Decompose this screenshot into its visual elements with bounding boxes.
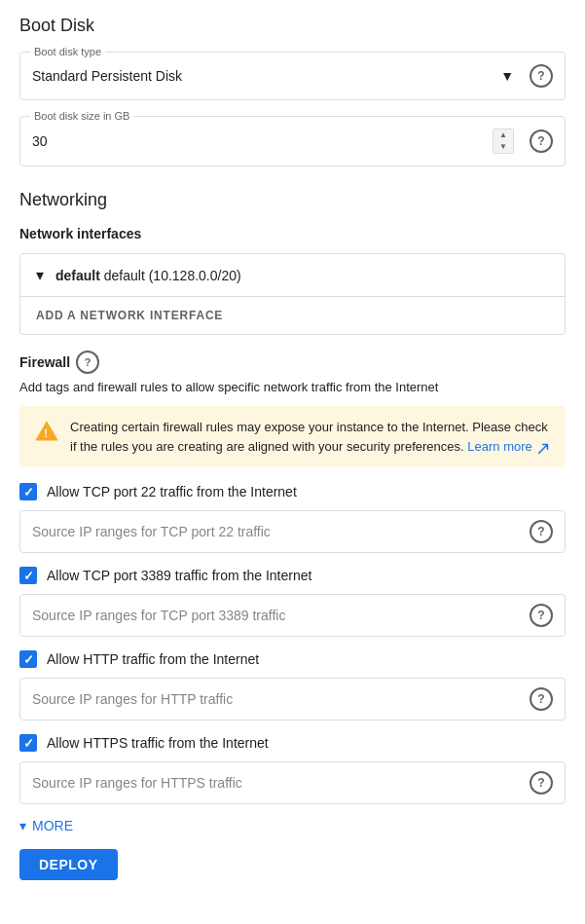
deploy-button[interactable]: DEPLOY	[19, 849, 118, 880]
http-label: Allow HTTP traffic from the Internet	[47, 651, 259, 667]
boot-disk-type-value: Standard Persistent Disk	[32, 68, 182, 84]
tcp22-ip-range-field[interactable]: Source IP ranges for TCP port 22 traffic…	[19, 510, 566, 553]
tcp3389-ip-placeholder: Source IP ranges for TCP port 3389 traff…	[32, 608, 530, 623]
tcp3389-help-icon[interactable]: ?	[530, 604, 553, 627]
http-checkbox[interactable]: ✓	[19, 650, 37, 668]
tcp3389-label: Allow TCP port 3389 traffic from the Int…	[47, 568, 311, 583]
boot-disk-title: Boot Disk	[19, 16, 566, 36]
http-ip-range-field[interactable]: Source IP ranges for HTTP traffic ?	[19, 678, 566, 721]
more-chevron-icon: ▾	[19, 818, 26, 833]
tcp22-help-icon[interactable]: ?	[530, 520, 553, 543]
tcp22-label: Allow TCP port 22 traffic from the Inter…	[47, 484, 297, 499]
tcp3389-checkbox-row: ✓ Allow TCP port 3389 traffic from the I…	[19, 567, 566, 584]
warning-icon: !	[35, 418, 58, 456]
http-help-icon[interactable]: ?	[530, 687, 553, 711]
size-spinner[interactable]: ▲ ▼	[493, 129, 514, 154]
more-label: MORE	[32, 818, 73, 833]
more-row[interactable]: ▾ MORE	[19, 818, 566, 833]
svg-text:!: !	[44, 427, 48, 439]
firewall-help-icon[interactable]: ?	[76, 351, 99, 374]
https-ip-placeholder: Source IP ranges for HTTPS traffic	[32, 775, 530, 791]
http-checkbox-row: ✓ Allow HTTP traffic from the Internet	[19, 650, 566, 668]
network-interfaces-box: ▾ default default (10.128.0.0/20) ADD A …	[19, 253, 566, 335]
tcp22-checkbox[interactable]: ✓	[19, 483, 37, 500]
network-interface-text: default default (10.128.0.0/20)	[55, 268, 241, 283]
network-interfaces-title: Network interfaces	[19, 226, 566, 241]
chevron-down-icon: ▾	[36, 266, 44, 284]
firewall-title: Firewall	[19, 354, 70, 370]
learn-more-link[interactable]: Learn more	[467, 439, 531, 454]
https-checkbox[interactable]: ✓	[19, 734, 37, 752]
https-help-icon[interactable]: ?	[530, 771, 553, 795]
boot-disk-type-field: Boot disk type Standard Persistent Disk …	[19, 52, 566, 100]
boot-disk-size-value: 30	[32, 133, 48, 149]
networking-section: Networking Network interfaces ▾ default …	[19, 190, 566, 880]
tcp3389-ip-range-field[interactable]: Source IP ranges for TCP port 3389 traff…	[19, 594, 566, 637]
https-ip-range-field[interactable]: Source IP ranges for HTTPS traffic ?	[19, 761, 566, 804]
http-ip-placeholder: Source IP ranges for HTTP traffic	[32, 691, 530, 707]
https-checkbox-row: ✓ Allow HTTPS traffic from the Internet	[19, 734, 566, 752]
https-label: Allow HTTPS traffic from the Internet	[47, 735, 269, 751]
dropdown-arrow-icon[interactable]: ▼	[500, 68, 514, 84]
spinner-up-btn[interactable]: ▲	[494, 129, 513, 141]
add-network-interface-button[interactable]: ADD A NETWORK INTERFACE	[20, 297, 565, 334]
warning-text: Creating certain firewall rules may expo…	[70, 418, 550, 456]
tcp22-ip-placeholder: Source IP ranges for TCP port 22 traffic	[32, 524, 530, 539]
network-interface-row[interactable]: ▾ default default (10.128.0.0/20)	[20, 254, 565, 297]
boot-disk-size-field: Boot disk size in GB 30 ▲ ▼ ?	[19, 116, 566, 166]
boot-disk-type-label: Boot disk type	[30, 46, 105, 57]
boot-disk-section: Boot Disk Boot disk type Standard Persis…	[19, 16, 566, 166]
boot-disk-size-label: Boot disk size in GB	[30, 110, 133, 122]
interface-name: default	[55, 268, 100, 283]
boot-disk-size-help-icon[interactable]: ?	[530, 129, 553, 153]
networking-title: Networking	[19, 190, 566, 210]
external-link-icon	[537, 441, 549, 453]
tcp3389-checkbox[interactable]: ✓	[19, 567, 37, 584]
interface-detail: default (10.128.0.0/20)	[104, 268, 241, 283]
tcp22-checkbox-row: ✓ Allow TCP port 22 traffic from the Int…	[19, 483, 566, 500]
boot-disk-type-help-icon[interactable]: ?	[530, 64, 553, 88]
spinner-down-btn[interactable]: ▼	[494, 141, 513, 153]
firewall-warning-box: ! Creating certain firewall rules may ex…	[19, 406, 566, 467]
firewall-section: Firewall ? Add tags and firewall rules t…	[19, 351, 566, 804]
firewall-description: Add tags and firewall rules to allow spe…	[19, 380, 566, 394]
